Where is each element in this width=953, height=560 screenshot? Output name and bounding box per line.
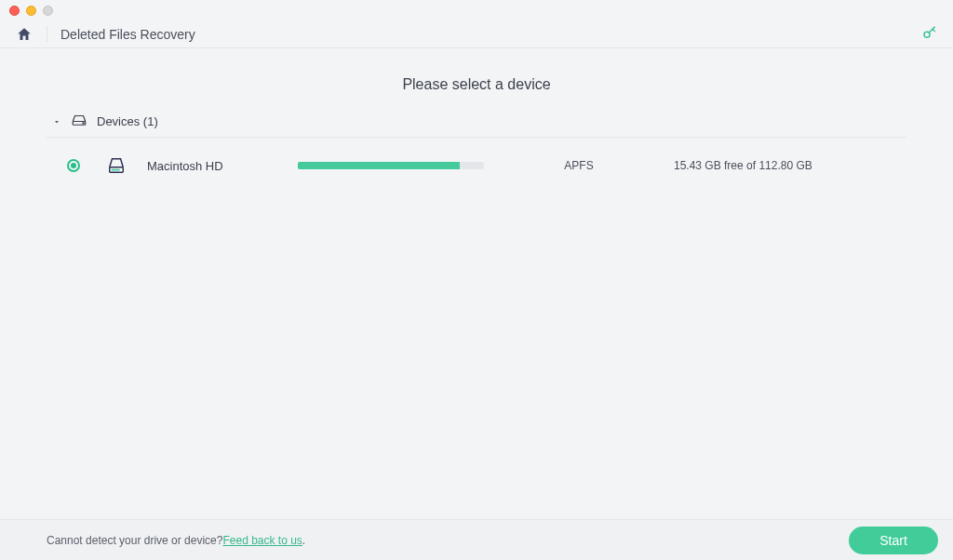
device-name: Macintosh HD bbox=[147, 159, 287, 173]
svg-rect-4 bbox=[112, 169, 120, 171]
feedback-link[interactable]: Feed back to us bbox=[222, 534, 302, 547]
hard-drive-icon bbox=[106, 156, 127, 175]
section-underline bbox=[47, 137, 906, 138]
maximize-window-button[interactable] bbox=[43, 6, 53, 16]
device-free-text: 15.43 GB free of 112.80 GB bbox=[674, 159, 906, 172]
svg-point-2 bbox=[83, 123, 84, 124]
device-radio[interactable] bbox=[67, 159, 80, 172]
footer-suffix: . bbox=[302, 534, 305, 547]
key-icon[interactable] bbox=[921, 24, 938, 45]
device-filesystem: APFS bbox=[495, 159, 663, 172]
chevron-down-icon bbox=[52, 117, 61, 127]
app-header: Deleted Files Recovery bbox=[0, 20, 953, 48]
device-row[interactable]: Macintosh HD APFS 15.43 GB free of 112.8… bbox=[47, 156, 906, 175]
footer-bar: Cannot detect your drive or device? Feed… bbox=[0, 519, 953, 560]
drive-icon bbox=[71, 113, 87, 129]
devices-section-label: Devices (1) bbox=[97, 114, 158, 128]
start-button[interactable]: Start bbox=[849, 527, 938, 554]
page-title: Please select a device bbox=[47, 76, 906, 93]
header-divider bbox=[47, 26, 47, 43]
main-content: Please select a device Devices (1) Macin… bbox=[0, 48, 953, 519]
close-window-button[interactable] bbox=[9, 6, 20, 16]
header-title: Deleted Files Recovery bbox=[60, 27, 195, 42]
home-icon[interactable] bbox=[15, 25, 34, 44]
device-usage-bar bbox=[298, 162, 484, 169]
window-titlebar bbox=[0, 0, 953, 20]
devices-section-header[interactable]: Devices (1) bbox=[47, 112, 906, 137]
footer-prompt: Cannot detect your drive or device? bbox=[47, 534, 222, 547]
minimize-window-button[interactable] bbox=[26, 6, 36, 16]
